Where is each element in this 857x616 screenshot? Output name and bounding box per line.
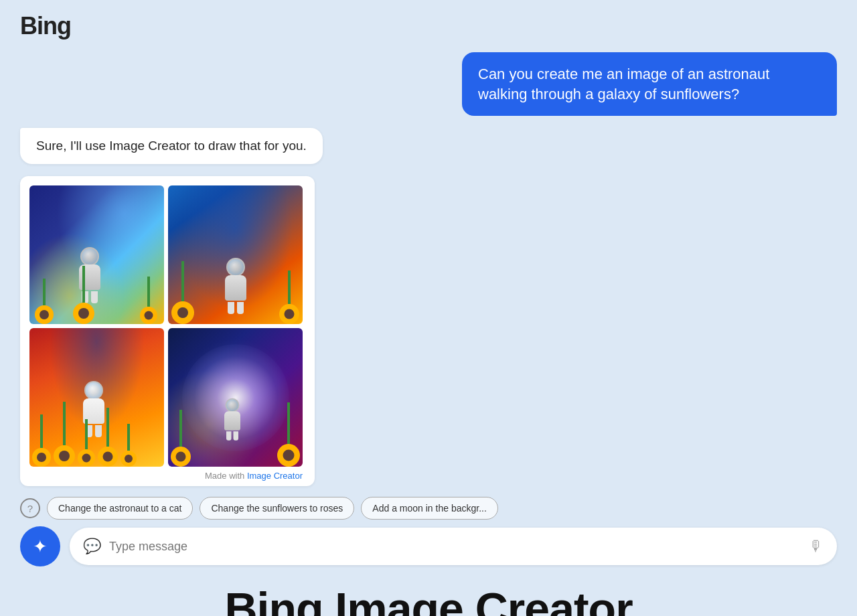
input-bar-row: ✦ 💬 🎙 — [0, 526, 857, 566]
chat-area: Can you create me an image of an astrona… — [0, 52, 857, 486]
image-creator-link[interactable]: Image Creator — [247, 471, 303, 481]
image-grid-container: Made with Image Creator — [20, 176, 315, 486]
chip-change-sunflowers[interactable]: Change the sunflowers to roses — [200, 497, 354, 520]
magic-button[interactable]: ✦ — [20, 526, 60, 566]
generated-image-2[interactable] — [168, 185, 303, 324]
magic-wand-icon: ✦ — [33, 536, 48, 557]
message-input[interactable] — [109, 540, 809, 554]
generated-image-4[interactable] — [168, 328, 303, 467]
header: Bing — [0, 0, 857, 52]
bot-message-text: Sure, I'll use Image Creator to draw tha… — [36, 139, 307, 153]
made-with-credit: Made with Image Creator — [29, 471, 305, 481]
page-title: Bing Image Creator — [0, 583, 857, 616]
generated-image-1[interactable] — [29, 185, 164, 324]
suggestion-chips-row: ? Change the astronaut to a cat Change t… — [0, 497, 857, 520]
image-grid — [29, 185, 303, 467]
chip-add-moon[interactable]: Add a moon in the backgr... — [361, 497, 497, 520]
user-message-bubble: Can you create me an image of an astrona… — [462, 52, 837, 116]
microphone-icon[interactable]: 🎙 — [809, 538, 824, 555]
generated-image-3[interactable] — [29, 328, 164, 467]
input-field-wrap: 💬 🎙 — [70, 528, 837, 565]
help-icon-button[interactable]: ? — [20, 498, 40, 518]
user-message-text: Can you create me an image of an astrona… — [478, 66, 769, 102]
bot-message-bubble: Sure, I'll use Image Creator to draw tha… — [20, 128, 323, 164]
chat-icon: 💬 — [83, 538, 101, 555]
bing-logo: Bing — [20, 12, 71, 40]
chip-change-astronaut[interactable]: Change the astronaut to a cat — [47, 497, 193, 520]
